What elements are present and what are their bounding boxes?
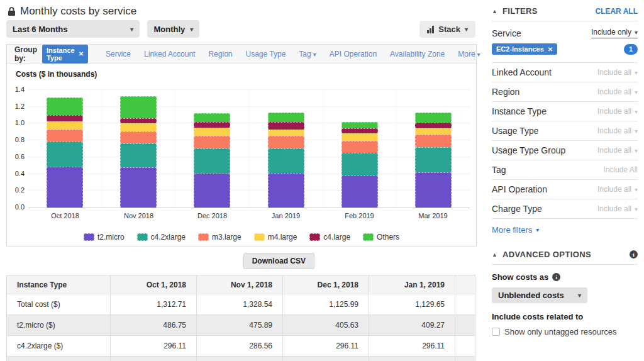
filter-value-dropdown[interactable]: Include all▾ (597, 107, 638, 116)
close-icon[interactable]: ✕ (548, 46, 553, 53)
bar-segment-t2.micro[interactable] (268, 173, 304, 208)
bar-segment-c4.2xlarge[interactable] (47, 142, 83, 167)
y-axis-tick-label: 1.0 (15, 119, 25, 126)
filter-value-dropdown[interactable]: Include all▾ (597, 204, 638, 213)
bar-segment-others[interactable] (415, 113, 452, 123)
bar-segment-others[interactable] (341, 122, 378, 128)
group-by-option-usage-type[interactable]: Usage Type (245, 50, 286, 58)
filter-row-api-operation[interactable]: API OperationInclude all▾ (492, 180, 638, 199)
bar-segment-c4.2xlarge[interactable] (120, 143, 157, 167)
filter-value-dropdown[interactable]: Include all▾ (597, 68, 638, 77)
bar-segment-others[interactable] (194, 113, 230, 122)
filter-row-instance-type[interactable]: Instance TypeInclude all▾ (492, 102, 638, 121)
download-csv-button[interactable]: Download CSV (243, 253, 314, 269)
bar-segment-c4.large[interactable] (194, 122, 230, 128)
info-icon[interactable]: i (630, 250, 638, 258)
table-cell-empty (455, 336, 475, 357)
bar-segment-m3.large[interactable] (120, 131, 157, 143)
bar-segment-t2.micro[interactable] (415, 172, 452, 208)
filter-value-dropdown[interactable]: Include all▾ (597, 87, 638, 96)
group-by-links: ServiceLinked AccountRegionUsage TypeTag… (106, 50, 480, 58)
date-range-dropdown[interactable]: Last 6 Months ▾ (6, 20, 140, 38)
group-by-more-dropdown[interactable]: More▾ (458, 50, 480, 58)
legend-item-m4.large[interactable]: m4.large (254, 233, 297, 242)
bar-segment-t2.micro[interactable] (194, 174, 230, 208)
table-cell: 409.27 (369, 315, 455, 336)
bar-segment-m4.large[interactable] (268, 130, 304, 136)
filter-value-dropdown[interactable]: Include all▾ (597, 126, 638, 135)
group-by-chip-instance-type[interactable]: Instance Type ✕ (42, 45, 88, 64)
filter-row-linked-account[interactable]: Linked AccountInclude all▾ (492, 63, 638, 82)
table-row: Total cost ($)1,312.711,328.541,125.991,… (7, 294, 475, 315)
close-icon[interactable]: ✕ (79, 50, 84, 57)
bar-segment-c4.2xlarge[interactable] (341, 153, 378, 176)
group-by-option-api-operation[interactable]: API Operation (330, 50, 377, 58)
y-axis-tick-label: 0.8 (15, 136, 25, 143)
legend-item-others[interactable]: Others (363, 233, 399, 242)
legend-item-c4.2xlarge[interactable]: c4.2xlarge (137, 233, 186, 242)
legend-item-t2.micro[interactable]: t2.micro (84, 233, 125, 242)
cost-type-dropdown[interactable]: Unblended costs ▾ (492, 287, 587, 303)
chart-column-dec-2018 (175, 90, 248, 208)
bar-segment-others[interactable] (120, 96, 157, 118)
bar-segment-c4.2xlarge[interactable] (194, 148, 230, 174)
more-filters-link[interactable]: More filters ▾ (492, 219, 638, 242)
filter-label: Linked Account (492, 67, 552, 77)
bar-segment-t2.micro[interactable] (47, 167, 83, 208)
x-axis-label: Jan 2019 (249, 212, 323, 219)
untagged-checkbox[interactable] (492, 328, 500, 336)
table-cell: Total cost ($) (7, 294, 111, 315)
filter-row-charge-type[interactable]: Charge TypeInclude all▾ (492, 199, 638, 219)
bar-segment-t2.micro[interactable] (341, 175, 378, 208)
legend-label: c4.2xlarge (151, 233, 186, 242)
group-by-option-linked-account[interactable]: Linked Account (144, 50, 195, 58)
filter-row-region[interactable]: RegionInclude all▾ (492, 82, 638, 102)
bar-segment-c4.large[interactable] (47, 115, 83, 121)
info-icon[interactable]: i (552, 273, 560, 281)
clear-all-link[interactable]: CLEAR ALL (595, 7, 638, 16)
filter-value-dropdown[interactable]: Include all▾ (597, 146, 638, 155)
chip-label: Instance Type (47, 47, 75, 62)
legend-item-c4.large[interactable]: c4.large (309, 233, 350, 242)
bar-segment-others[interactable] (268, 113, 304, 121)
bar-segment-m4.large[interactable] (341, 133, 378, 141)
bar-segment-t2.micro[interactable] (120, 167, 157, 208)
bar-segment-c4.large[interactable] (120, 118, 157, 124)
bar-segment-m3.large[interactable] (194, 136, 230, 148)
group-by-option-service[interactable]: Service (106, 50, 131, 58)
bar-segment-c4.2xlarge[interactable] (268, 148, 304, 174)
bar-segment-m3.large[interactable] (268, 136, 304, 148)
filter-value-dropdown[interactable]: Include all▾ (597, 185, 638, 194)
filter-row-usage-type[interactable]: Usage TypeInclude all▾ (492, 121, 638, 141)
group-by-option-tag[interactable]: Tag▾ (299, 50, 316, 58)
filter-row-usage-type-group[interactable]: Usage Type GroupInclude all▾ (492, 141, 638, 160)
bar-segment-m4.large[interactable] (47, 121, 83, 130)
bar-segment-others[interactable] (47, 97, 83, 115)
bar-segment-m4.large[interactable] (415, 128, 452, 135)
bar-segment-c4.2xlarge[interactable] (415, 147, 452, 172)
table-column-header-empty (455, 275, 475, 294)
service-mode-value: Include only (591, 28, 631, 36)
x-axis-labels: Oct 2018Nov 2018Dec 2018Jan 2019Feb 2019… (28, 212, 470, 219)
filters-header[interactable]: ▲ FILTERS CLEAR ALL (492, 0, 638, 21)
bar-segment-m4.large[interactable] (194, 128, 230, 136)
group-by-option-availability-zone[interactable]: Availability Zone (390, 50, 445, 58)
bar-segment-m4.large[interactable] (120, 123, 157, 131)
filter-value: Include all (597, 204, 631, 213)
legend-item-m3.large[interactable]: m3.large (198, 233, 242, 242)
bar-segment-c4.large[interactable] (415, 123, 452, 128)
advanced-options-header[interactable]: ▲ ADVANCED OPTIONS i (492, 242, 638, 265)
chart-style-dropdown[interactable]: Stack ▾ (419, 21, 475, 38)
bar-segment-m3.large[interactable] (415, 135, 452, 147)
bar-segment-c4.large[interactable] (268, 122, 304, 130)
filter-row-tag[interactable]: TagInclude All (492, 160, 638, 180)
bar-segment-m3.large[interactable] (47, 130, 83, 142)
bar-segment-c4.large[interactable] (341, 128, 378, 134)
table-cell-empty (455, 294, 475, 315)
service-mode-dropdown[interactable]: Include only ▾ (591, 28, 638, 38)
service-chip-ec2-instances[interactable]: EC2-Instances ✕ (492, 43, 557, 55)
filter-value-dropdown[interactable]: Include All (603, 165, 638, 174)
group-by-option-region[interactable]: Region (208, 50, 232, 58)
bar-segment-m3.large[interactable] (341, 141, 378, 152)
granularity-dropdown[interactable]: Monthly ▾ (147, 20, 199, 38)
